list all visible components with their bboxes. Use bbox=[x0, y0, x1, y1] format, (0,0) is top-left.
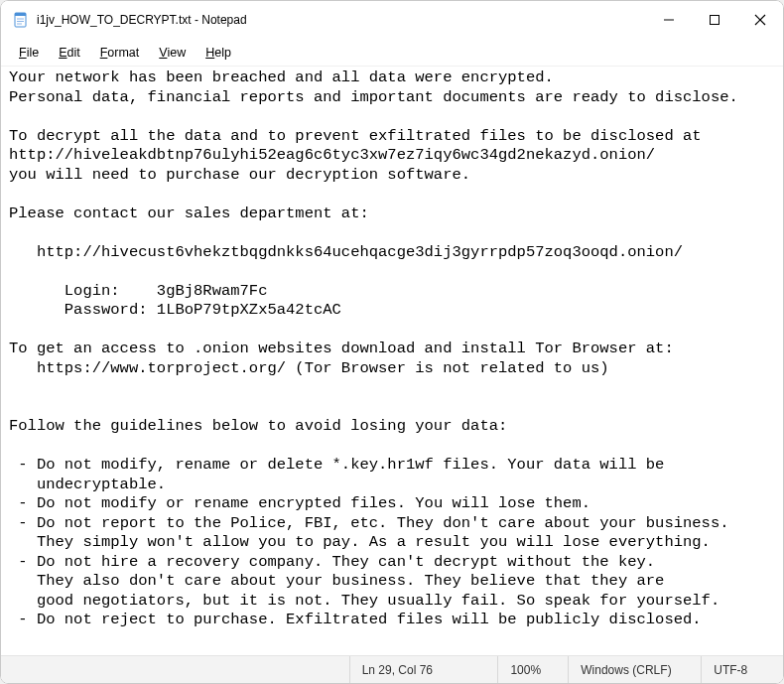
doc-line: Follow the guidelines below to avoid los… bbox=[9, 417, 507, 435]
doc-line: - Do not modify, rename or delete *.key.… bbox=[9, 456, 664, 474]
doc-line: http://hivecust6vhekztbqgdnkks64ucehqacg… bbox=[9, 243, 683, 261]
doc-line: Your network has been breached and all d… bbox=[9, 68, 554, 86]
titlebar[interactable]: i1jv_HOW_TO_DECRYPT.txt - Notepad bbox=[1, 1, 783, 39]
doc-line: good negotiators, but it is not. They us… bbox=[9, 592, 719, 610]
close-icon bbox=[754, 14, 766, 26]
statusbar: Ln 29, Col 76 100% Windows (CRLF) UTF-8 bbox=[1, 655, 783, 683]
menu-help[interactable]: Help bbox=[196, 42, 241, 64]
maximize-icon bbox=[710, 15, 719, 25]
window-controls bbox=[646, 1, 783, 39]
doc-line: you will need to purchase our decryption… bbox=[9, 166, 470, 184]
status-position: Ln 29, Col 76 bbox=[349, 656, 498, 683]
doc-line: - Do not modify or rename encrypted file… bbox=[9, 494, 590, 512]
text-area[interactable]: Your network has been breached and all d… bbox=[1, 67, 783, 655]
doc-line: undecryptable. bbox=[9, 476, 166, 493]
doc-line: To get an access to .onion websites down… bbox=[9, 340, 674, 357]
doc-line: Login: 3gBj8Rwam7Fc bbox=[9, 282, 267, 300]
notepad-window: i1jv_HOW_TO_DECRYPT.txt - Notepad File E… bbox=[0, 0, 784, 684]
close-button[interactable] bbox=[737, 1, 783, 39]
menu-view[interactable]: View bbox=[149, 42, 196, 64]
status-encoding: UTF-8 bbox=[701, 656, 783, 683]
menu-format[interactable]: Format bbox=[90, 42, 150, 64]
doc-line: Password: 1LBoP79tpXZx5a42tcAC bbox=[9, 301, 341, 319]
minimize-button[interactable] bbox=[646, 1, 692, 39]
minimize-icon bbox=[664, 15, 674, 25]
svg-rect-6 bbox=[711, 16, 719, 25]
window-title: i1jv_HOW_TO_DECRYPT.txt - Notepad bbox=[37, 13, 247, 27]
doc-line: Personal data, financial reports and imp… bbox=[9, 88, 738, 106]
menu-file[interactable]: File bbox=[9, 42, 49, 64]
status-spacer bbox=[1, 656, 349, 683]
doc-line: - Do not reject to purchase. Exfiltrated… bbox=[9, 611, 702, 628]
status-zoom: 100% bbox=[497, 656, 568, 683]
doc-line: https://www.torproject.org/ (Tor Browser… bbox=[9, 359, 609, 377]
doc-line: - Do not hire a recovery company. They c… bbox=[9, 553, 655, 571]
status-line-ending: Windows (CRLF) bbox=[568, 656, 701, 683]
doc-line: - Do not report to the Police, FBI, etc.… bbox=[9, 514, 729, 532]
svg-rect-1 bbox=[15, 13, 26, 16]
doc-line: They simply won't allow you to pay. As a… bbox=[9, 533, 711, 551]
maximize-button[interactable] bbox=[692, 1, 737, 39]
menu-edit[interactable]: Edit bbox=[49, 42, 90, 64]
doc-line: They also don't care about your business… bbox=[9, 572, 664, 590]
doc-line: Please contact our sales department at: bbox=[9, 205, 369, 222]
notepad-app-icon bbox=[13, 12, 29, 28]
doc-line: http://hiveleakdbtnp76ulyhi52eag6c6tyc3x… bbox=[9, 146, 655, 164]
menubar: File Edit Format View Help bbox=[1, 39, 783, 67]
doc-line: To decrypt all the data and to prevent e… bbox=[9, 127, 702, 145]
